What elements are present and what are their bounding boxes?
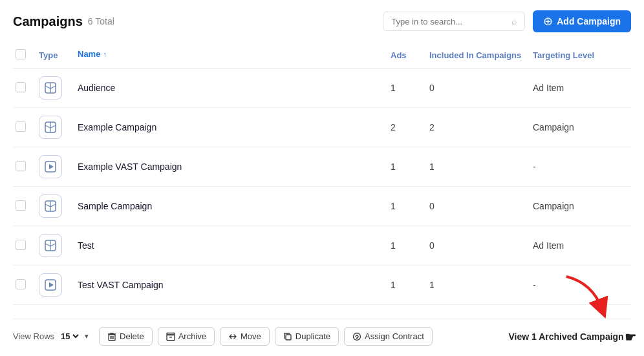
row-type-cell <box>34 226 72 266</box>
view-archived-button[interactable]: View 1 Archived Campaign › ☛ <box>509 331 632 342</box>
row-targeting-cell: Campaign <box>528 108 631 147</box>
row-targeting-cell: - <box>528 147 631 187</box>
select-all-checkbox[interactable] <box>16 49 26 59</box>
campaigns-table: Type Name ↑ Ads Included In Campaigns Ta… <box>13 43 631 305</box>
row-included-cell: 0 <box>424 68 528 108</box>
move-button[interactable]: Move <box>220 327 270 346</box>
row-targeting-cell: Ad Item <box>528 226 631 266</box>
view-rows-label: View Rows <box>13 331 54 341</box>
row-type-cell <box>34 266 72 305</box>
svg-marker-3 <box>49 164 54 169</box>
row-checkbox-cell[interactable] <box>13 226 34 266</box>
header-name[interactable]: Name ↑ <box>72 43 385 65</box>
svg-rect-10 <box>167 333 175 335</box>
page-title: Campaigns <box>13 14 83 29</box>
sort-arrow-icon: ↑ <box>103 50 107 58</box>
table-row[interactable]: Sample Campaign 1 0 Campaign <box>13 187 631 226</box>
row-checkbox-cell[interactable] <box>13 266 34 305</box>
row-checkbox[interactable] <box>16 240 26 250</box>
row-name-cell[interactable]: Test VAST Campaign <box>72 266 385 305</box>
header-type: Type <box>34 43 72 68</box>
table-row[interactable]: Audience 1 0 Ad Item <box>13 68 631 108</box>
view-rows-control: View Rows 15 25 50 ▾ <box>13 331 89 342</box>
row-checkbox-cell[interactable] <box>13 68 34 108</box>
row-name-cell[interactable]: Sample Campaign <box>72 187 385 226</box>
archive-button[interactable]: Archive <box>158 327 215 346</box>
chevron-right-icon: › <box>628 331 631 342</box>
row-type-cell <box>34 68 72 108</box>
row-type-icon <box>39 273 62 297</box>
row-name-cell[interactable]: Example VAST Campaign <box>72 147 385 187</box>
row-ads-cell: 1 <box>385 226 424 266</box>
row-included-cell: 0 <box>424 226 528 266</box>
duplicate-icon <box>283 332 292 341</box>
table-row[interactable]: Example VAST Campaign 1 1 - <box>13 147 631 187</box>
campaigns-table-wrapper: Type Name ↑ Ads Included In Campaigns Ta… <box>13 43 631 316</box>
move-icon <box>228 332 237 341</box>
plus-icon: ⊕ <box>543 16 553 27</box>
footer-actions: Delete Archive Move <box>99 327 631 346</box>
chevron-down-icon: ▾ <box>85 332 89 340</box>
row-ads-cell: 1 <box>385 266 424 305</box>
contract-icon <box>352 332 361 341</box>
row-ads-cell: 1 <box>385 68 424 108</box>
row-type-cell <box>34 187 72 226</box>
row-name-cell[interactable]: Audience <box>72 68 385 108</box>
rows-per-page-select[interactable]: 15 25 50 <box>58 331 81 342</box>
page-header: Campaigns 6 Total ⌕ ⊕ Add Campaign <box>13 10 631 32</box>
search-icon: ⌕ <box>511 16 517 26</box>
row-checkbox-cell[interactable] <box>13 147 34 187</box>
row-checkbox[interactable] <box>16 121 26 132</box>
row-targeting-cell: Ad Item <box>528 68 631 108</box>
row-checkbox-cell[interactable] <box>13 187 34 226</box>
row-ads-cell: 2 <box>385 108 424 147</box>
archive-icon <box>166 332 175 341</box>
assign-contract-button[interactable]: Assign Contract <box>344 327 433 346</box>
svg-marker-7 <box>49 282 54 288</box>
row-checkbox[interactable] <box>16 200 26 211</box>
row-included-cell: 0 <box>424 187 528 226</box>
svg-rect-11 <box>286 335 291 340</box>
table-row[interactable]: Example Campaign 2 2 Campaign <box>13 108 631 147</box>
red-arrow-annotation <box>560 270 612 322</box>
row-ads-cell: 1 <box>385 147 424 187</box>
header-included-in-campaigns: Included In Campaigns <box>424 43 528 68</box>
search-input[interactable] <box>391 17 509 26</box>
row-checkbox[interactable] <box>16 161 26 171</box>
row-ads-cell: 1 <box>385 187 424 226</box>
table-row[interactable]: Test VAST Campaign 1 1 - <box>13 266 631 305</box>
row-type-icon <box>39 76 62 99</box>
row-included-cell: 2 <box>424 108 528 147</box>
row-type-icon <box>39 194 62 218</box>
add-campaign-button[interactable]: ⊕ Add Campaign <box>533 10 631 32</box>
row-type-icon <box>39 234 62 257</box>
delete-button[interactable]: Delete <box>99 327 153 346</box>
header-targeting-level: Targeting Level <box>528 43 631 68</box>
row-checkbox[interactable] <box>16 82 26 92</box>
search-box[interactable]: ⌕ <box>383 12 525 31</box>
row-name-cell[interactable]: Test <box>72 226 385 266</box>
row-type-cell <box>34 108 72 147</box>
header-ads: Ads <box>385 43 424 68</box>
total-count: 6 Total <box>88 16 114 26</box>
row-included-cell: 1 <box>424 266 528 305</box>
table-footer: View Rows 15 25 50 ▾ Delete <box>13 319 631 346</box>
duplicate-button[interactable]: Duplicate <box>275 327 339 346</box>
trash-icon <box>107 332 116 341</box>
row-checkbox[interactable] <box>16 279 26 289</box>
row-name-cell[interactable]: Example Campaign <box>72 108 385 147</box>
table-row[interactable]: Test 1 0 Ad Item <box>13 226 631 266</box>
row-type-icon <box>39 116 62 139</box>
row-included-cell: 1 <box>424 147 528 187</box>
row-type-cell <box>34 147 72 187</box>
row-checkbox-cell[interactable] <box>13 108 34 147</box>
header-checkbox-col[interactable] <box>13 43 34 68</box>
row-type-icon <box>39 155 62 178</box>
row-targeting-cell: Campaign <box>528 187 631 226</box>
